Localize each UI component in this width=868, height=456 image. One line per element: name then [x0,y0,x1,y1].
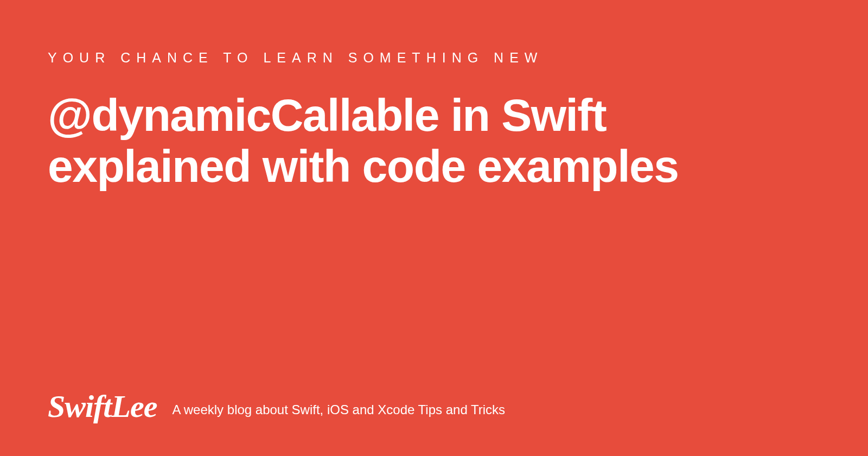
eyebrow-text: YOUR CHANCE TO LEARN SOMETHING NEW [48,50,820,66]
brand-tagline: A weekly blog about Swift, iOS and Xcode… [172,396,505,417]
brand-logo: SwiftLee [48,391,157,422]
footer-area: SwiftLee A weekly blog about Swift, iOS … [48,391,505,422]
article-headline: @dynamicCallable in Swift explained with… [48,90,807,192]
content-area: YOUR CHANCE TO LEARN SOMETHING NEW @dyna… [0,0,868,192]
